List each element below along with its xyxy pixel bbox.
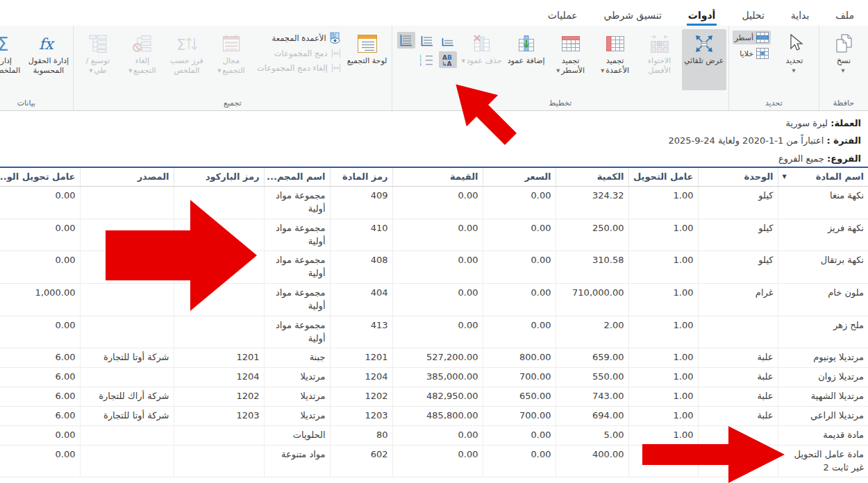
column-header-price[interactable]: السعر — [483, 167, 556, 187]
table-row[interactable]: مرتديلا يونيومعلبة1.00659.00800.00527,20… — [0, 348, 868, 368]
cell-group_name[interactable]: مرتديلا — [264, 387, 330, 407]
cell-item_code[interactable]: 602 — [330, 445, 392, 477]
cell-value[interactable]: 0.00 — [392, 425, 483, 445]
cell-quantity[interactable]: 400.00 — [556, 445, 628, 477]
cell-unit_conversion_factor[interactable]: 6.00 — [0, 348, 80, 368]
tab-tools[interactable]: أدوات — [687, 4, 717, 26]
cell-item_code[interactable]: 80 — [330, 425, 392, 445]
tab-conditional-formatting[interactable]: تنسيق شرطي — [603, 4, 663, 26]
tab-file[interactable]: ملف — [834, 4, 856, 26]
cell-conversion_factor[interactable]: 1.00 — [628, 219, 698, 251]
cell-unit_conversion_factor[interactable]: 0.00 — [0, 425, 80, 445]
cell-unit[interactable]: علبة — [698, 368, 778, 387]
cell-name[interactable]: مادة عامل التحويل غير ثابت 2 — [778, 445, 868, 477]
cell-price[interactable]: 0.00 — [483, 425, 556, 445]
column-header-unit[interactable]: الوحدة — [698, 167, 778, 187]
cell-source[interactable]: شركة أوتا للتجارة — [80, 406, 174, 425]
cell-name[interactable]: مرتديلا الراعي — [778, 406, 868, 425]
cell-value[interactable]: 0.00 — [392, 284, 483, 316]
cell-price[interactable]: 0.00 — [483, 187, 556, 219]
column-header-quantity[interactable]: الكمية — [556, 167, 628, 187]
select-rows-button[interactable]: أسطر — [733, 31, 771, 44]
cell-unit[interactable]: غرام — [698, 284, 778, 316]
cell-unit_conversion_factor[interactable]: 6.00 — [0, 368, 80, 387]
cell-unit_conversion_factor[interactable]: 0.00 — [0, 187, 80, 219]
column-header-barcode[interactable]: رمز الباركود — [174, 167, 264, 187]
cell-item_code[interactable]: 1202 — [330, 387, 392, 407]
tab-home[interactable]: بداية — [790, 4, 811, 26]
cell-unit[interactable]: كيلو — [698, 219, 778, 251]
cell-name[interactable]: نكهة منغا — [778, 187, 868, 219]
cell-unit_conversion_factor[interactable]: 0.00 — [0, 316, 80, 348]
tab-analysis[interactable]: تحليل — [740, 4, 765, 26]
manage-summaries-button[interactable]: Σ إدارة الملخصات — [0, 29, 26, 90]
cell-source[interactable] — [80, 316, 174, 348]
freeze-rows-button[interactable]: تجميد الأسطر — [549, 29, 593, 90]
cell-quantity[interactable]: 250.00 — [556, 219, 628, 251]
cell-conversion_factor[interactable]: 1.00 — [628, 348, 698, 368]
cell-quantity[interactable]: 2.00 — [556, 316, 628, 348]
column-header-name[interactable]: اسم المادة▼ — [778, 167, 868, 187]
cell-unit[interactable]: علبة — [698, 406, 778, 425]
cell-conversion_factor[interactable]: 1.00 — [628, 368, 698, 387]
cell-quantity[interactable]: 5.00 — [556, 425, 628, 445]
cell-barcode[interactable]: 1203 — [174, 406, 264, 425]
cell-conversion_factor[interactable]: 1.00 — [628, 387, 698, 407]
cell-value[interactable]: 0.00 — [392, 251, 483, 284]
add-column-button[interactable]: إضافة عمود — [504, 29, 549, 90]
cell-barcode[interactable] — [174, 425, 264, 445]
cell-quantity[interactable]: 310.58 — [556, 251, 628, 284]
cell-quantity[interactable]: 743.00 — [556, 387, 628, 407]
column-header-group_name[interactable]: اسم المجم... — [264, 167, 330, 187]
grouping-range-button[interactable]: مجال التجميع — [209, 29, 253, 90]
cell-value[interactable]: 485,800.00 — [392, 406, 483, 425]
row-height-small-button[interactable] — [439, 32, 457, 49]
cell-price[interactable]: 700.00 — [483, 368, 556, 387]
cell-value[interactable]: 482,950.00 — [392, 387, 483, 407]
cell-name[interactable]: مادة قديمة — [778, 425, 868, 445]
table-row[interactable]: ملح زهر1.002.000.000.00413مجموعة مواد أو… — [0, 316, 868, 348]
cell-price[interactable]: 650.00 — [483, 387, 556, 407]
copy-button[interactable]: نسخ — [821, 29, 866, 90]
cell-quantity[interactable]: 694.00 — [556, 406, 628, 425]
cell-conversion_factor[interactable]: 1.00 — [628, 284, 698, 316]
cell-group_name[interactable]: مواد متنوعة — [264, 445, 330, 477]
cell-group_name[interactable]: مجموعة مواد أولية — [264, 219, 330, 251]
auto-width-button[interactable]: عرض تلقائي — [682, 29, 726, 90]
cell-group_name[interactable]: جبنة — [264, 348, 330, 368]
cell-quantity[interactable]: 710,000.00 — [556, 284, 628, 316]
cell-source[interactable]: شركة أوتا للتجارة — [80, 348, 174, 368]
cell-group_name[interactable]: مجموعة مواد أولية — [264, 284, 330, 316]
cell-barcode[interactable] — [174, 316, 264, 348]
cell-group_name[interactable]: مرتديلا — [264, 368, 330, 387]
cell-name[interactable]: نكهة فريز — [778, 219, 868, 251]
cell-name[interactable]: مرتديلا الشهية — [778, 387, 868, 407]
unmerge-groups-button[interactable]: إلغاء دمج المجموعات — [255, 62, 344, 74]
cell-unit[interactable] — [698, 316, 778, 348]
calculated-fields-button[interactable]: fx إدارة الحقول المحسوبة — [26, 29, 71, 90]
cell-item_code[interactable]: 410 — [330, 219, 392, 251]
cell-value[interactable]: 0.00 — [392, 445, 483, 477]
cell-value[interactable]: 0.00 — [392, 219, 483, 251]
cell-value[interactable]: 0.00 — [392, 187, 483, 219]
cell-source[interactable] — [80, 445, 174, 477]
cell-group_name[interactable]: مجموعة مواد أولية — [264, 316, 330, 348]
row-height-medium-button[interactable] — [418, 32, 436, 49]
sort-by-summary-button[interactable]: Σ فرز حسب الملخص — [165, 29, 209, 90]
cell-price[interactable]: 0.00 — [483, 445, 556, 477]
cell-conversion_factor[interactable]: 1.00 — [628, 316, 698, 348]
cell-unit[interactable]: علبة — [698, 348, 778, 368]
cell-item_code[interactable]: 413 — [330, 316, 392, 348]
best-fit-button[interactable]: الاحتواء الأفضل — [637, 29, 682, 90]
cell-group_name[interactable]: مجموعة مواد أولية — [264, 187, 330, 219]
sort-dropdown-icon[interactable]: ▼ — [783, 171, 787, 180]
cell-item_code[interactable]: 409 — [330, 187, 392, 219]
cell-source[interactable] — [80, 368, 174, 387]
cell-unit_conversion_factor[interactable]: 0.00 — [0, 219, 80, 251]
column-header-value[interactable]: القيمة — [392, 167, 483, 187]
cell-price[interactable]: 700.00 — [483, 406, 556, 425]
select-button[interactable]: تحديد — [772, 29, 817, 90]
column-header-unit_conversion_factor[interactable]: عامل تحويل الو... — [0, 167, 80, 187]
cell-group_name[interactable]: الحلويات — [264, 425, 330, 445]
cell-group_name[interactable]: مرتديلا — [264, 406, 330, 425]
